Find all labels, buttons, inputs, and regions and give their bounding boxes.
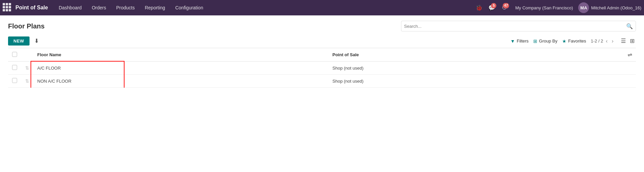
row-floor-name[interactable]: A/C FLOOR bbox=[33, 62, 329, 75]
row-checkbox[interactable] bbox=[12, 65, 17, 70]
toolbar-right: ▼ Filters ⊞ Group By ★ Favorites 1-2 / 2… bbox=[510, 37, 636, 45]
header-drag bbox=[21, 48, 33, 62]
drag-handle-icon[interactable]: ⇅ bbox=[25, 78, 29, 84]
apps-grid-icon[interactable] bbox=[3, 3, 12, 12]
next-page-button[interactable]: › bbox=[610, 37, 615, 45]
select-all-checkbox[interactable] bbox=[12, 52, 17, 57]
column-settings-icon[interactable]: ⇌ bbox=[628, 52, 632, 58]
nav-orders[interactable]: Orders bbox=[87, 0, 111, 15]
table-body: ⇅ A/C FLOOR Shop (not used) ⇅ NON A/C FL… bbox=[8, 62, 636, 88]
nav-dashboard[interactable]: Dashboard bbox=[54, 0, 87, 15]
app-brand[interactable]: Point of Sale bbox=[15, 5, 48, 11]
download-button[interactable]: ⬇ bbox=[32, 36, 41, 46]
clock-badge: 47 bbox=[503, 3, 509, 8]
pagination: 1-2 / 2 ‹ › bbox=[591, 37, 615, 45]
search-input[interactable] bbox=[404, 24, 625, 29]
table-header: Floor Name Point of Sale ⇌ bbox=[8, 48, 636, 62]
toolbar: NEW ⬇ ▼ Filters ⊞ Group By ★ Favorites 1… bbox=[8, 36, 636, 46]
table-row[interactable]: ⇅ A/C FLOOR Shop (not used) bbox=[8, 62, 636, 75]
topnav: Point of Sale Dashboard Orders Products … bbox=[0, 0, 644, 15]
groupby-button[interactable]: ⊞ Group By bbox=[533, 38, 557, 44]
header-check bbox=[8, 48, 21, 62]
view-toggle: ☰ ⊞ bbox=[620, 37, 636, 45]
table-wrapper: Floor Name Point of Sale ⇌ ⇅ A/C FLOOR S… bbox=[8, 48, 636, 88]
floor-plans-table: Floor Name Point of Sale ⇌ ⇅ A/C FLOOR S… bbox=[8, 48, 636, 88]
user-name[interactable]: Mitchell Admin (Odoo_16) bbox=[591, 5, 641, 10]
bug-icon-btn[interactable]: 🐞 bbox=[474, 2, 484, 13]
topnav-menu: Dashboard Orders Products Reporting Conf… bbox=[54, 0, 474, 15]
row-floor-name[interactable]: NON A/C FLOOR bbox=[33, 75, 329, 88]
row-drag-cell: ⇅ bbox=[21, 75, 33, 88]
search-icon[interactable]: 🔍 bbox=[626, 23, 633, 29]
header-floor-name: Floor Name bbox=[33, 48, 329, 62]
row-settings-cell bbox=[624, 62, 636, 75]
header-settings: ⇌ bbox=[624, 48, 636, 62]
favorites-button[interactable]: ★ Favorites bbox=[562, 38, 586, 44]
main-content: Floor Plans 🔍 NEW ⬇ ▼ Filters ⊞ Group By… bbox=[0, 15, 644, 88]
page-header: Floor Plans 🔍 bbox=[8, 21, 636, 31]
search-bar: 🔍 bbox=[401, 21, 636, 31]
filter-icon: ▼ bbox=[510, 38, 515, 44]
chat-icon-btn[interactable]: 💬 5 bbox=[486, 2, 497, 13]
chat-badge: 5 bbox=[491, 3, 496, 8]
row-checkbox-cell bbox=[8, 62, 21, 75]
new-button[interactable]: NEW bbox=[8, 36, 30, 46]
star-icon: ★ bbox=[562, 38, 566, 44]
prev-page-button[interactable]: ‹ bbox=[604, 37, 609, 45]
row-drag-cell: ⇅ bbox=[21, 62, 33, 75]
page-title: Floor Plans bbox=[8, 22, 401, 30]
user-avatar[interactable]: MA bbox=[578, 2, 589, 13]
nav-reporting[interactable]: Reporting bbox=[140, 0, 170, 15]
topnav-right: 🐞 💬 5 ⏱ 47 My Company (San Francisco) MA… bbox=[474, 2, 641, 13]
filters-button[interactable]: ▼ Filters bbox=[510, 38, 529, 44]
clock-icon-btn[interactable]: ⏱ 47 bbox=[499, 2, 510, 13]
list-view-button[interactable]: ☰ bbox=[620, 37, 627, 45]
table-row[interactable]: ⇅ NON A/C FLOOR Shop (not used) bbox=[8, 75, 636, 88]
kanban-view-button[interactable]: ⊞ bbox=[629, 37, 636, 45]
header-point-of-sale: Point of Sale bbox=[329, 48, 624, 62]
layers-icon: ⊞ bbox=[533, 38, 537, 44]
row-point-of-sale: Shop (not used) bbox=[329, 62, 624, 75]
row-point-of-sale: Shop (not used) bbox=[329, 75, 624, 88]
row-checkbox[interactable] bbox=[12, 78, 17, 83]
company-selector[interactable]: My Company (San Francisco) bbox=[512, 5, 576, 10]
drag-handle-icon[interactable]: ⇅ bbox=[25, 65, 29, 71]
nav-configuration[interactable]: Configuration bbox=[170, 0, 208, 15]
row-settings-cell bbox=[624, 75, 636, 88]
pagination-text: 1-2 / 2 bbox=[591, 38, 603, 44]
row-checkbox-cell bbox=[8, 75, 21, 88]
nav-products[interactable]: Products bbox=[111, 0, 139, 15]
